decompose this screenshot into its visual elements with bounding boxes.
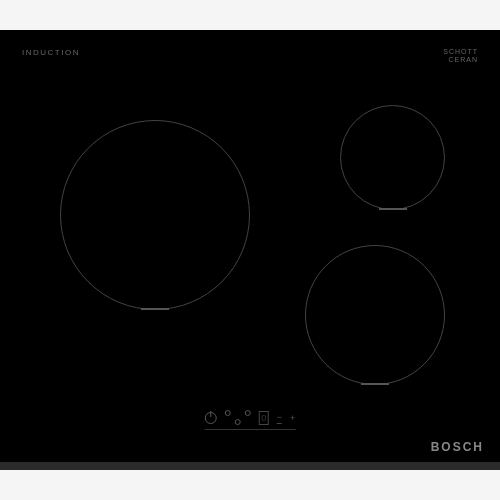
induction-cooktop: INDUCTION SCHOTT CERAN 0 −	[0, 30, 500, 470]
brand-logo: BOSCH	[431, 440, 484, 454]
cooking-zone-large	[60, 120, 250, 310]
tech-label: INDUCTION	[22, 48, 80, 58]
zone-select-dot[interactable]	[225, 410, 231, 416]
power-level-display: 0	[259, 411, 269, 425]
zone-select-dot[interactable]	[245, 410, 251, 416]
cooking-zone-small	[340, 105, 445, 210]
glass-brand-line1: SCHOTT	[443, 48, 478, 56]
touch-control-panel: 0 − +	[205, 410, 296, 430]
zone-front-mark	[379, 208, 407, 210]
minus-button[interactable]: −	[277, 412, 282, 424]
induction-text: INDUCTION	[22, 48, 80, 57]
glass-brand-line2: CERAN	[443, 56, 478, 64]
power-icon[interactable]	[205, 412, 217, 424]
cooking-zone-medium	[305, 245, 445, 385]
zone-selector[interactable]	[225, 410, 251, 425]
zone-front-mark	[141, 308, 169, 310]
controls-group: 0 − +	[205, 410, 296, 430]
glass-label: SCHOTT CERAN	[443, 48, 478, 63]
plus-button[interactable]: +	[290, 413, 295, 423]
zone-select-dot[interactable]	[235, 419, 241, 425]
zone-front-mark	[361, 383, 389, 385]
